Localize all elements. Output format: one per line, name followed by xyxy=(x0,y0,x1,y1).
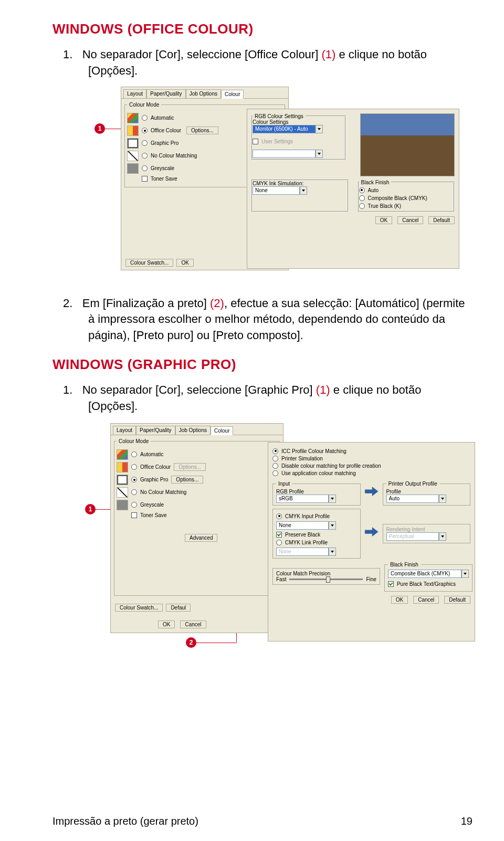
graphic-pro-options-dialog: ICC Profile Colour Matching Printer Simu… xyxy=(268,442,475,642)
render-val: Perceptual xyxy=(386,532,439,541)
bf-val: Composite Black (CMYK) xyxy=(388,570,461,578)
screenshot-1: 1 2 Layout Paper/Quality Job Options Col… xyxy=(52,87,472,281)
radio-bf-true[interactable] xyxy=(359,203,365,209)
chk-pureblack[interactable] xyxy=(388,581,394,587)
lbl-user: User Settings xyxy=(261,139,293,144)
ok-b-button[interactable]: OK xyxy=(375,216,392,224)
tab-paper-2[interactable]: Paper/Quality xyxy=(136,426,175,435)
tab-colour[interactable]: Colour xyxy=(221,90,244,99)
lbl-bf-auto: Auto xyxy=(368,187,379,193)
lbl-gpro-2: Graphic Pro xyxy=(140,477,168,482)
radio-cmykin[interactable] xyxy=(276,513,282,519)
radio-grey-2[interactable] xyxy=(131,502,137,508)
tab-paper[interactable]: Paper/Quality xyxy=(146,89,186,98)
radio-nomatch[interactable] xyxy=(142,153,148,159)
default-b-button[interactable]: Default xyxy=(428,216,455,224)
colour-mode-fieldset-2: Colour Mode Automatic Office Colour Opti… xyxy=(114,438,280,596)
chevron-down-icon xyxy=(316,150,323,158)
num: 1. xyxy=(63,48,72,61)
tab-job[interactable]: Job Options xyxy=(186,89,221,98)
cancel-d-button[interactable]: Cancel xyxy=(413,596,439,604)
screenshot-2: 1 2 Layout Paper/Quality Job Options Col… xyxy=(52,423,472,649)
dropdown-bf[interactable]: Composite Black (CMYK) xyxy=(388,570,469,578)
radio-grey[interactable] xyxy=(142,165,148,171)
dropdown-cmyklink: None xyxy=(276,548,336,556)
marker-1: 1 xyxy=(94,123,105,134)
radio-auto-2[interactable] xyxy=(131,451,137,457)
default-d-button[interactable]: Default xyxy=(444,596,470,604)
colour-swatch-button-2[interactable]: Colour Swatch... xyxy=(115,604,163,612)
dropdown-rgb[interactable]: sRGB xyxy=(276,495,336,503)
rendering-fieldset: Rendering Intent Perceptual xyxy=(383,524,471,543)
swatch-nomatch-icon xyxy=(117,487,128,498)
radio-gpro[interactable] xyxy=(142,140,148,146)
lbl-toner: Toner Save xyxy=(151,176,177,182)
lbl-bf-comp: Composite Black (CMYK) xyxy=(368,195,427,201)
cs-val: Monitor (6500K) - Auto xyxy=(253,125,316,133)
ok-a-button[interactable]: OK xyxy=(176,259,193,267)
dropdown-cmykin[interactable]: None xyxy=(276,521,336,530)
lbl-auto: Automatic xyxy=(151,115,174,121)
radio-bf-comp[interactable] xyxy=(359,195,365,201)
slider[interactable] xyxy=(289,579,363,580)
dropdown-out[interactable]: Auto xyxy=(386,495,446,503)
radio-psim[interactable] xyxy=(272,456,278,461)
lbl-cmyk: CMYK Ink Simulation: xyxy=(253,181,348,186)
t: No separador [Cor], seleccione [Graphic … xyxy=(82,383,316,396)
tab-layout[interactable]: Layout xyxy=(123,89,146,98)
radio-app[interactable] xyxy=(272,470,278,476)
bf-legend-d: Black Finish xyxy=(388,562,421,567)
rgb-fieldset: RGB Colour Settings Colour Settings Moni… xyxy=(251,113,346,160)
lbl-office-2: Office Colour xyxy=(140,464,171,470)
swatch-grey-icon xyxy=(127,163,139,174)
lbl-render: Rendering Intent xyxy=(386,527,467,532)
lbl-cmyklink: CMYK Link Profile xyxy=(285,540,328,545)
radio-bf-auto[interactable] xyxy=(359,187,365,193)
cancel-b-button[interactable]: Cancel xyxy=(397,216,423,224)
lbl-nomatch: No Colour Matching xyxy=(151,153,197,159)
radio-auto[interactable] xyxy=(142,115,148,121)
chk-toner[interactable] xyxy=(142,176,148,182)
swatch-auto-icon xyxy=(117,449,128,460)
dropdown-cs[interactable]: Monitor (6500K) - Auto xyxy=(253,125,323,133)
lbl-nomatch-2: No Colour Matching xyxy=(140,489,186,495)
options-button-office[interactable]: Options... xyxy=(186,127,218,134)
radio-nomatch-2[interactable] xyxy=(131,489,137,495)
t: Em [Finalização a preto] xyxy=(82,297,210,310)
tab-layout-2[interactable]: Layout xyxy=(113,426,136,435)
chevron-down-icon xyxy=(439,495,446,503)
radio-gpro-2[interactable] xyxy=(131,477,137,482)
ref: (2) xyxy=(210,297,224,310)
radio-office[interactable] xyxy=(142,128,148,133)
lbl-pureblack: Pure Black Text/Graphics xyxy=(397,581,456,587)
num: 2. xyxy=(63,297,72,310)
ok-c-button[interactable]: OK xyxy=(158,621,175,628)
swatch-nomatch-icon xyxy=(127,151,139,161)
cancel-c-button[interactable]: Cancel xyxy=(180,621,206,628)
options-button-gpro[interactable]: Options... xyxy=(171,476,203,483)
radio-office-2[interactable] xyxy=(131,464,137,470)
radio-icc[interactable] xyxy=(272,448,278,454)
chevron-down-icon xyxy=(329,548,336,556)
tab-colour-2[interactable]: Colour xyxy=(211,426,233,435)
swatch-gpro-icon xyxy=(117,475,128,485)
chk-preserve[interactable] xyxy=(276,532,282,538)
swatch-grey-icon xyxy=(117,500,128,510)
colour-swatch-button[interactable]: Colour Swatch... xyxy=(125,259,173,267)
arrow-icon xyxy=(365,527,379,537)
chk-user[interactable] xyxy=(253,139,258,144)
chk-toner-2[interactable] xyxy=(131,512,137,518)
step-1a: 1. No separador [Cor], seleccione [Offic… xyxy=(63,47,472,79)
ref: (1) xyxy=(321,48,335,61)
dropdown-cmyk[interactable]: None xyxy=(253,186,307,195)
chevron-down-icon xyxy=(300,186,307,195)
advanced-button[interactable]: Advanced xyxy=(185,534,217,542)
radio-cmyklink[interactable] xyxy=(276,540,282,545)
tab-job-2[interactable]: Job Options xyxy=(175,426,211,435)
defaul-button[interactable]: Defaul xyxy=(166,604,191,612)
radio-dis[interactable] xyxy=(272,463,278,469)
colour-mode-dialog-2: Layout Paper/Quality Job Options Colour … xyxy=(110,423,284,633)
ok-d-button[interactable]: OK xyxy=(391,596,408,604)
lbl-grey-2: Greyscale xyxy=(140,502,164,508)
lbl-grey: Greyscale xyxy=(151,165,174,171)
